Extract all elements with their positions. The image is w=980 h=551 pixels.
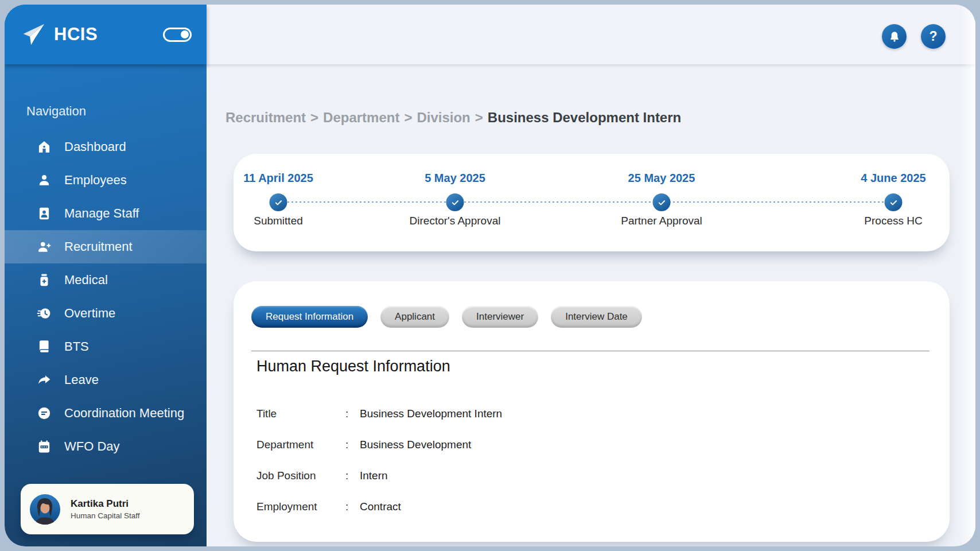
field-value: Business Development Intern [360, 408, 502, 420]
bell-icon [888, 30, 901, 43]
app-window: HCIS Navigation Dashboard Employees [5, 5, 975, 546]
home-icon [37, 139, 52, 154]
sidebar-item-dashboard[interactable]: Dashboard [5, 130, 207, 164]
question-mark-icon: ? [929, 29, 937, 44]
person-icon [37, 173, 52, 188]
sidebar-item-medical[interactable]: Medical [5, 263, 207, 297]
sidebar-item-leave[interactable]: Leave [5, 363, 207, 397]
tab-label: Applicant [395, 311, 435, 323]
sidebar-item-label: Medical [64, 273, 108, 288]
field-row-department: Department : Business Development [256, 439, 915, 469]
tab-label: Interview Date [565, 311, 628, 323]
step-date: 4 June 2025 [825, 172, 962, 185]
sidebar-header: HCIS [5, 5, 207, 64]
sidebar-nav: Navigation Dashboard Employees Manage St [5, 104, 207, 463]
profile-info: Kartika Putri Human Capital Staff [71, 498, 140, 520]
field-row-employment: Employment : Contract [256, 500, 915, 531]
topbar: ? [207, 5, 975, 64]
sidebar-toggle[interactable] [163, 28, 192, 42]
sidebar-item-label: Dashboard [64, 139, 126, 154]
sidebar-item-label: WFO Day [64, 439, 120, 454]
sidebar-item-label: Recruitment [64, 239, 133, 254]
step-status-circle [653, 193, 671, 211]
check-icon [657, 198, 666, 207]
step-status-circle [270, 193, 287, 211]
help-button[interactable]: ? [921, 24, 946, 49]
sidebar-item-manage-staff[interactable]: Manage Staff [5, 197, 207, 230]
sidebar-item-label: Manage Staff [64, 206, 139, 221]
tabs-divider [251, 351, 930, 351]
nav-section-label: Navigation [26, 104, 207, 119]
request-detail-card: Request Information Applicant Interviewe… [234, 281, 950, 542]
check-icon [274, 198, 283, 207]
field-label: Job Position [256, 469, 345, 482]
check-icon [450, 198, 460, 207]
step-label: Partner Approval [593, 215, 730, 227]
step-date: 11 April 2025 [209, 172, 347, 185]
field-value: Business Development [360, 439, 471, 451]
sidebar-item-label: Coordination Meeting [64, 406, 184, 421]
tab-applicant[interactable]: Applicant [380, 306, 449, 328]
sidebar-item-employees[interactable]: Employees [5, 164, 207, 197]
logo-paper-plane-icon [20, 21, 46, 48]
breadcrumb-department[interactable]: Department [323, 110, 399, 125]
breadcrumb-separator: > [404, 110, 412, 125]
badge-icon [37, 206, 52, 221]
profile-card[interactable]: Kartika Putri Human Capital Staff [21, 484, 194, 534]
sidebar-item-label: Leave [64, 372, 99, 387]
sidebar-item-label: Employees [64, 173, 127, 188]
tabs: Request Information Applicant Interviewe… [251, 306, 642, 328]
sidebar-item-overtime[interactable]: Overtime [5, 297, 207, 330]
breadcrumb-division[interactable]: Division [417, 110, 470, 125]
check-icon [889, 198, 898, 207]
notifications-button[interactable] [882, 24, 907, 49]
note-circle-icon [37, 406, 52, 421]
request-fields: Title : Business Development Intern Depa… [256, 408, 915, 531]
step-label: Process HC [825, 215, 962, 227]
section-heading: Human Request Information [256, 358, 450, 375]
tab-request-information[interactable]: Request Information [251, 306, 368, 328]
avatar [30, 494, 60, 525]
tab-interviewer[interactable]: Interviewer [462, 306, 538, 328]
timeline-step-partner-approval: 25 May 2025 Partner Approval [593, 154, 730, 251]
profile-name: Kartika Putri [71, 498, 140, 510]
approval-timeline-card: 11 April 2025 Submitted 5 May 2025 Direc… [234, 154, 950, 251]
field-separator: : [345, 408, 360, 420]
tab-label: Request Information [266, 311, 353, 323]
book-icon [37, 339, 52, 354]
breadcrumb-separator: > [310, 110, 318, 125]
field-value: Contract [360, 500, 401, 513]
timeline-step-process-hc: 4 June 2025 Process HC [825, 154, 962, 251]
sidebar-item-coordination-meeting[interactable]: Coordination Meeting [5, 397, 207, 430]
step-status-circle [885, 193, 903, 211]
sidebar-item-label: BTS [64, 339, 89, 354]
breadcrumb-current: Business Development Intern [488, 110, 681, 125]
timeline-step-submitted: 11 April 2025 Submitted [209, 154, 347, 251]
calendar-icon [37, 439, 52, 454]
timeline-step-director-approval: 5 May 2025 Director's Approval [386, 154, 524, 251]
main-area: ? Recruitment>Department>Division>Busine… [207, 5, 975, 546]
field-label: Department [256, 439, 345, 451]
sidebar-item-recruitment[interactable]: Recruitment [5, 230, 207, 263]
sidebar-item-bts[interactable]: BTS [5, 330, 207, 363]
field-row-title: Title : Business Development Intern [256, 408, 915, 439]
clock-fast-icon [37, 306, 52, 321]
breadcrumb: Recruitment>Department>Division>Business… [225, 110, 681, 126]
tab-interview-date[interactable]: Interview Date [551, 306, 642, 328]
step-label: Submitted [209, 215, 347, 227]
field-label: Employment [256, 500, 345, 513]
profile-role: Human Capital Staff [71, 511, 140, 520]
step-date: 25 May 2025 [593, 172, 730, 185]
app-title: HCIS [54, 24, 98, 45]
field-label: Title [256, 408, 345, 420]
field-value: Intern [360, 469, 388, 482]
forward-arrow-icon [37, 372, 52, 387]
toggle-knob [181, 30, 189, 38]
sidebar-item-wfo-day[interactable]: WFO Day [5, 430, 207, 463]
field-separator: : [345, 500, 360, 513]
tab-label: Interviewer [476, 311, 524, 323]
person-add-icon [37, 239, 52, 254]
field-separator: : [345, 469, 360, 482]
breadcrumb-recruitment[interactable]: Recruitment [225, 110, 306, 125]
medicine-bottle-icon [37, 273, 52, 288]
